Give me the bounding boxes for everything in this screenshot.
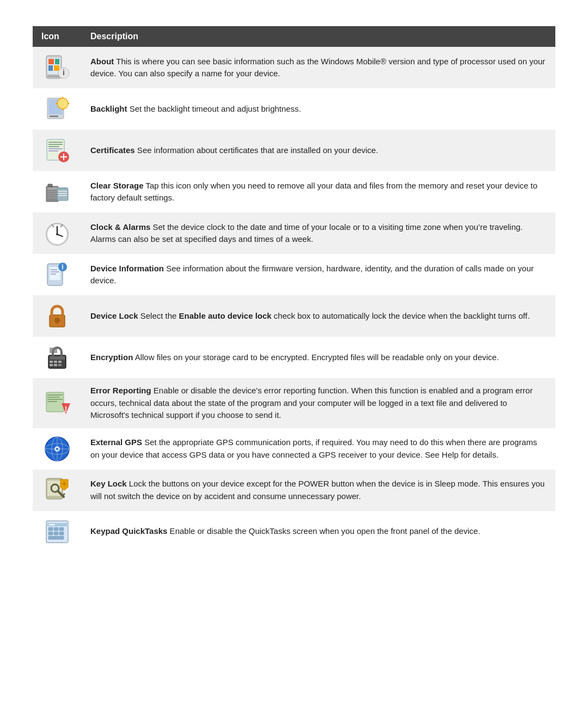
svg-rect-28 — [47, 187, 57, 190]
svg-text:i: i — [63, 68, 65, 77]
row-title: Backlight — [90, 104, 127, 113]
svg-rect-19 — [48, 142, 63, 143]
svg-rect-62 — [54, 364, 57, 366]
svg-text:i: i — [62, 263, 63, 271]
svg-rect-3 — [55, 59, 59, 64]
svg-rect-64 — [50, 348, 57, 353]
svg-rect-31 — [47, 195, 57, 196]
description-cell: About This is where you can see basic in… — [82, 47, 555, 88]
svg-rect-37 — [58, 195, 67, 196]
row-title: Device Lock — [90, 311, 138, 320]
svg-rect-33 — [48, 184, 52, 187]
svg-rect-4 — [48, 65, 53, 71]
description-cell: Key Lock Lock the buttons on your device… — [82, 470, 555, 511]
table-row: Device Lock Select the Enable auto devic… — [33, 295, 555, 337]
row-title: Encryption — [90, 353, 133, 362]
table-row: Clear Storage Tap this icon only when yo… — [33, 171, 555, 212]
table-row: Backlight Set the backlight timeout and … — [33, 88, 555, 130]
description-cell: External GPS Set the appropriate GPS com… — [82, 428, 555, 470]
svg-rect-91 — [54, 527, 58, 531]
table-row: i Device Information See information abo… — [33, 254, 555, 295]
table-row: External GPS Set the appropriate GPS com… — [33, 428, 555, 470]
row-title: External GPS — [90, 438, 142, 447]
svg-rect-93 — [48, 532, 53, 535]
svg-rect-61 — [50, 364, 53, 366]
table-row: Keypad QuickTasks Enable or disable the … — [33, 511, 555, 552]
svg-rect-96 — [48, 536, 64, 539]
system-tab-table: Icon Description i About This is where y… — [33, 26, 555, 552]
svg-point-43 — [56, 233, 58, 235]
svg-point-78 — [56, 448, 58, 450]
key-lock-icon — [33, 470, 82, 511]
svg-rect-35 — [58, 191, 67, 192]
svg-rect-67 — [47, 397, 59, 398]
svg-rect-32 — [47, 197, 57, 198]
table-row: i About This is where you can see basic … — [33, 47, 555, 88]
table-row: Clock & Alarms Set the device clock to t… — [33, 212, 555, 254]
svg-marker-38 — [57, 187, 68, 189]
svg-rect-89 — [48, 524, 55, 525]
svg-rect-29 — [47, 191, 57, 192]
bold-text: Enable auto device lock — [179, 311, 272, 320]
svg-rect-94 — [54, 532, 58, 535]
row-title: Keypad QuickTasks — [90, 526, 167, 536]
svg-rect-12 — [50, 116, 58, 117]
clear-storage-icon — [33, 171, 82, 212]
svg-rect-30 — [47, 193, 57, 194]
row-title: Device Information — [90, 264, 164, 273]
svg-rect-6 — [47, 75, 60, 77]
device-lock-icon — [33, 295, 82, 337]
svg-rect-22 — [48, 148, 63, 149]
svg-rect-5 — [54, 65, 59, 71]
svg-rect-68 — [47, 399, 63, 400]
svg-rect-20 — [48, 144, 63, 145]
clock-alarms-icon — [33, 212, 82, 254]
description-cell: Encryption Allow files on your storage c… — [82, 337, 555, 378]
row-title: About — [90, 57, 114, 66]
certificates-icon — [33, 130, 82, 171]
table-row: ! Error Reporting Enable or disable the … — [33, 378, 555, 428]
description-cell: Clear Storage Tap this icon only when yo… — [82, 171, 555, 212]
svg-rect-90 — [48, 527, 53, 531]
description-cell: Certificates See information about certi… — [82, 130, 555, 171]
svg-rect-59 — [54, 361, 57, 363]
svg-rect-34 — [57, 189, 68, 201]
description-cell: Device Information See information about… — [82, 254, 555, 295]
table-row: Key Lock Lock the buttons on your device… — [33, 470, 555, 511]
svg-rect-58 — [50, 361, 53, 363]
about-icon: i — [33, 47, 82, 88]
row-title: Clear Storage — [90, 181, 144, 190]
table-row: Encryption Allow files on your storage c… — [33, 337, 555, 378]
svg-rect-50 — [51, 269, 57, 270]
svg-rect-51 — [51, 271, 59, 272]
svg-text:!: ! — [65, 405, 68, 414]
svg-rect-23 — [48, 150, 58, 151]
svg-rect-57 — [50, 356, 65, 360]
column-header-icon: Icon — [33, 26, 82, 47]
svg-rect-36 — [58, 193, 67, 194]
svg-rect-66 — [47, 394, 63, 396]
column-header-description: Description — [82, 26, 555, 47]
svg-rect-21 — [48, 146, 59, 147]
device-information-icon: i — [33, 254, 82, 295]
svg-rect-69 — [47, 401, 57, 402]
row-title: Key Lock — [90, 479, 127, 488]
description-cell: Error Reporting Enable or disable the de… — [82, 378, 555, 428]
keypad-quicktasks-icon — [33, 511, 82, 552]
table-header-row: Icon Description — [33, 26, 555, 47]
description-cell: Clock & Alarms Set the device clock to t… — [82, 212, 555, 254]
svg-line-83 — [63, 494, 65, 496]
description-cell: Device Lock Select the Enable auto devic… — [82, 295, 555, 337]
row-title: Clock & Alarms — [90, 222, 150, 232]
svg-rect-2 — [48, 59, 54, 64]
external-gps-icon — [33, 428, 82, 470]
description-cell: Backlight Set the backlight timeout and … — [82, 88, 555, 130]
svg-rect-92 — [59, 527, 64, 531]
table-row: Certificates See information about certi… — [33, 130, 555, 171]
row-title: Error Reporting — [90, 386, 151, 395]
backlight-icon — [33, 88, 82, 130]
svg-rect-63 — [58, 364, 62, 366]
svg-rect-95 — [59, 532, 64, 535]
svg-rect-55 — [56, 320, 58, 324]
svg-rect-52 — [51, 274, 56, 275]
